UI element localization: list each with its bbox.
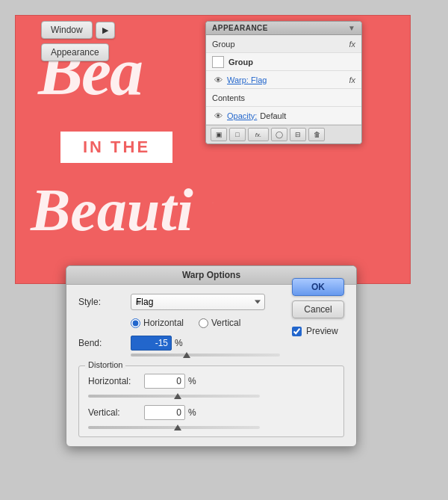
- panel-row-contents: Contents: [206, 89, 361, 107]
- horizontal-dist-slider-container: [88, 395, 335, 398]
- panel-contents-label: Contents: [212, 93, 245, 102]
- window-row: Window ▶: [41, 21, 115, 39]
- panel-tool-add-stroke[interactable]: □: [229, 128, 246, 141]
- panel-swatch: [212, 56, 224, 68]
- vertical-radio-text: Vertical: [211, 318, 240, 328]
- ok-button[interactable]: OK: [292, 278, 344, 296]
- style-flag-icon: ≋: [135, 298, 141, 306]
- panel-toolbar: ▣ □ fx. ◯ ⊟ 🗑: [206, 125, 361, 143]
- horizontal-radio[interactable]: [131, 318, 140, 328]
- vertical-dist-label: Vertical:: [88, 407, 144, 418]
- warp-options-dialog: Warp Options Style: ≋ Flag Horizontal: [66, 265, 357, 447]
- beautiful-text: Beauti: [31, 180, 193, 240]
- panel-title: APPEARANCE: [212, 24, 268, 32]
- panel-opacity-label[interactable]: Opacity:: [227, 111, 257, 120]
- panel-opacity-value: Default: [260, 111, 286, 120]
- horizontal-dist-slider-thumb[interactable]: [174, 393, 181, 399]
- vertical-radio-label[interactable]: Vertical: [199, 318, 240, 328]
- bend-row: Bend: %: [78, 336, 344, 351]
- horizontal-dist-percent: %: [188, 376, 196, 386]
- panel-tool-effect[interactable]: ◯: [271, 128, 287, 141]
- panel-row-group-header: Group fx: [206, 35, 361, 53]
- panel-fx-icon[interactable]: fx: [349, 40, 355, 49]
- bend-label: Bend:: [78, 338, 131, 348]
- appearance-row: Appearance: [41, 43, 115, 61]
- style-label: Style:: [78, 297, 131, 307]
- bend-percent: %: [175, 338, 183, 348]
- panel-opacity-eye-icon[interactable]: 👁: [212, 110, 224, 122]
- horizontal-dist-slider-track: [88, 395, 260, 398]
- panel-close-icon[interactable]: ▼: [348, 24, 355, 32]
- horizontal-radio-text: Horizontal: [143, 318, 184, 328]
- panel-row-opacity: 👁 Opacity: Default: [206, 107, 361, 125]
- horizontal-dist-input[interactable]: [144, 374, 185, 389]
- cancel-button[interactable]: Cancel: [292, 300, 344, 318]
- dialog-title: Warp Options: [182, 270, 240, 280]
- panel-eye-icon[interactable]: 👁: [212, 74, 224, 86]
- panel-titlebar: APPEARANCE ▼: [206, 22, 361, 35]
- canvas-area: Bea IN THE Beauti Window ▶ Appearance AP…: [0, 0, 448, 500]
- horizontal-radio-label[interactable]: Horizontal: [131, 318, 184, 328]
- toolbar-area: Window ▶ Appearance: [41, 21, 115, 61]
- appearance-button[interactable]: Appearance: [41, 43, 109, 61]
- panel-group-label: Group: [228, 58, 253, 67]
- appearance-panel: APPEARANCE ▼ Group fx Group 👁 Warp: Flag…: [205, 21, 362, 144]
- distortion-legend: Distortion: [85, 360, 125, 369]
- distortion-section: Distortion Horizontal: % Vertical:: [78, 365, 344, 437]
- vertical-dist-input[interactable]: [144, 405, 185, 420]
- panel-row-group: Group: [206, 53, 361, 71]
- horizontal-dist-row: Horizontal: %: [88, 374, 335, 389]
- bend-slider-thumb[interactable]: [183, 352, 190, 358]
- panel-warp-label[interactable]: Warp: Flag: [227, 75, 267, 84]
- panel-warp-fx-icon[interactable]: fx: [349, 75, 355, 84]
- horizontal-dist-label: Horizontal:: [88, 376, 144, 386]
- preview-checkbox[interactable]: [292, 327, 302, 336]
- vertical-radio[interactable]: [199, 318, 208, 328]
- preview-label: Preview: [306, 326, 338, 336]
- panel-tool-add-fill[interactable]: ▣: [211, 128, 227, 141]
- vertical-dist-slider-thumb[interactable]: [174, 425, 181, 430]
- panel-row-warp: 👁 Warp: Flag fx: [206, 71, 361, 89]
- panel-tool-delete[interactable]: 🗑: [308, 128, 325, 141]
- vertical-dist-slider-container: [88, 426, 335, 429]
- panel-tool-fx[interactable]: fx.: [248, 128, 269, 141]
- bend-input[interactable]: [131, 336, 172, 351]
- vertical-dist-percent: %: [188, 407, 196, 418]
- vertical-dist-row: Vertical: %: [88, 405, 335, 420]
- preview-row: Preview: [292, 326, 344, 336]
- panel-group-header-label: Group: [212, 40, 235, 49]
- bend-slider-container: [131, 354, 344, 357]
- in-the-banner: IN THE: [60, 132, 172, 163]
- style-select[interactable]: Flag: [131, 294, 265, 310]
- bend-slider-track: [131, 354, 280, 357]
- dialog-buttons: OK Cancel Preview: [292, 278, 344, 336]
- panel-tool-duplicate[interactable]: ⊟: [290, 128, 306, 141]
- style-select-wrapper: ≋ Flag: [131, 294, 265, 310]
- window-arrow-button[interactable]: ▶: [96, 22, 115, 39]
- window-button[interactable]: Window: [41, 21, 93, 39]
- vertical-dist-slider-track: [88, 426, 260, 429]
